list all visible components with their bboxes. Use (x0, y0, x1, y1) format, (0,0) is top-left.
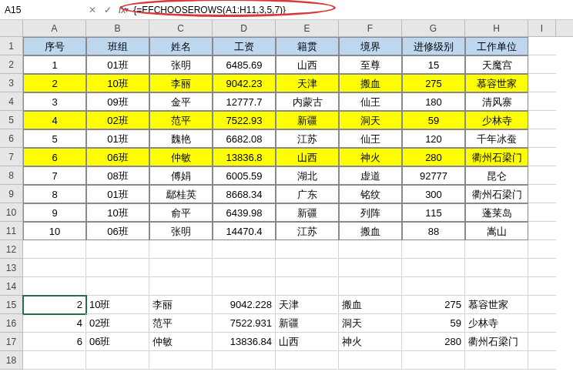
cell[interactable] (339, 277, 402, 296)
row-header[interactable]: 12 (0, 240, 23, 259)
cell[interactable]: 06班 (86, 333, 149, 351)
cell[interactable] (339, 351, 402, 370)
cell[interactable]: 天津 (276, 296, 339, 314)
row-header[interactable]: 4 (0, 92, 23, 111)
cell[interactable]: 12777.7 (213, 92, 276, 111)
column-header[interactable]: G (402, 20, 465, 36)
cell[interactable] (528, 55, 556, 74)
confirm-icon[interactable]: ✓ (100, 0, 116, 19)
cell[interactable]: 湖北 (276, 166, 339, 185)
cell[interactable] (86, 351, 149, 370)
cell[interactable]: 洞天 (339, 314, 402, 333)
cell[interactable]: 9 (23, 203, 86, 222)
cell[interactable]: 2 (23, 74, 86, 92)
column-header[interactable]: A (23, 20, 86, 36)
cell[interactable]: 范平 (149, 314, 213, 333)
cell[interactable] (149, 259, 213, 277)
cell[interactable] (149, 351, 213, 370)
cell[interactable] (528, 92, 556, 111)
row-header[interactable]: 18 (0, 351, 23, 370)
cell[interactable] (465, 259, 528, 277)
cell[interactable] (528, 74, 556, 92)
cell[interactable] (276, 277, 339, 296)
row-header[interactable]: 17 (0, 333, 23, 351)
column-header[interactable]: D (213, 20, 276, 36)
cell[interactable]: 4 (23, 314, 86, 333)
cell[interactable] (465, 277, 528, 296)
cell[interactable] (528, 351, 556, 370)
cell[interactable] (23, 259, 86, 277)
cell[interactable]: 张明 (149, 55, 213, 74)
cell[interactable]: 4 (23, 111, 86, 129)
cell[interactable]: 傅娟 (149, 166, 213, 185)
row-header[interactable]: 8 (0, 166, 23, 185)
column-header[interactable]: F (339, 20, 402, 36)
column-header[interactable]: C (149, 20, 213, 36)
cell[interactable]: 6 (23, 148, 86, 166)
cell[interactable]: 俞平 (149, 203, 213, 222)
cell[interactable]: 神火 (339, 333, 402, 351)
cell[interactable]: 新疆 (276, 203, 339, 222)
cell[interactable]: 8 (23, 185, 86, 203)
row-header[interactable]: 1 (0, 37, 23, 55)
row-header[interactable]: 3 (0, 74, 23, 92)
cell[interactable]: 06班 (86, 222, 149, 240)
cell[interactable]: 江苏 (276, 222, 339, 240)
cell[interactable]: 铭纹 (339, 185, 402, 203)
cell[interactable]: 275 (402, 74, 465, 92)
cell[interactable]: 籍贯 (276, 37, 339, 55)
cell[interactable]: 9042.23 (213, 74, 276, 92)
row-header[interactable]: 13 (0, 259, 23, 277)
cell[interactable]: 6 (23, 333, 86, 351)
cell[interactable]: 搬血 (339, 222, 402, 240)
cell[interactable]: 千年冰蚕 (465, 129, 528, 148)
cell[interactable] (528, 277, 556, 296)
cell[interactable]: 92777 (402, 166, 465, 185)
cell[interactable] (339, 259, 402, 277)
cell[interactable]: 06班 (86, 148, 149, 166)
cell[interactable] (528, 111, 556, 129)
cell[interactable]: 280 (402, 333, 465, 351)
cell[interactable]: 新疆 (276, 314, 339, 333)
cell[interactable]: 鄢桂英 (149, 185, 213, 203)
cell[interactable]: 300 (402, 185, 465, 203)
cell[interactable] (528, 203, 556, 222)
cell[interactable] (23, 277, 86, 296)
cell[interactable]: 08班 (86, 166, 149, 185)
cell[interactable]: 8668.34 (213, 185, 276, 203)
cell[interactable]: 慕容世家 (465, 74, 528, 92)
cell[interactable]: 3 (23, 92, 86, 111)
cell[interactable] (86, 277, 149, 296)
cell[interactable]: 虚道 (339, 166, 402, 185)
row-header[interactable]: 16 (0, 314, 23, 333)
cell[interactable] (276, 259, 339, 277)
cell[interactable] (528, 222, 556, 240)
cell[interactable] (465, 351, 528, 370)
cell[interactable]: 天津 (276, 74, 339, 92)
cell[interactable]: 6485.69 (213, 55, 276, 74)
cell[interactable]: 280 (402, 148, 465, 166)
cell[interactable]: 搬血 (339, 296, 402, 314)
cell[interactable]: 神火 (339, 148, 402, 166)
cell[interactable] (23, 351, 86, 370)
cell[interactable]: 洞天 (339, 111, 402, 129)
cell[interactable]: 进修级别 (402, 37, 465, 55)
cell[interactable]: 少林寺 (465, 111, 528, 129)
cell[interactable] (528, 314, 556, 333)
cell[interactable]: 山西 (276, 148, 339, 166)
cell[interactable] (528, 148, 556, 166)
cell[interactable] (402, 259, 465, 277)
cancel-icon[interactable]: ✕ (85, 0, 100, 19)
cell[interactable] (528, 37, 556, 55)
cell[interactable]: 02班 (86, 314, 149, 333)
cell[interactable]: 山西 (276, 55, 339, 74)
cell[interactable]: 蓬莱岛 (465, 203, 528, 222)
cell[interactable] (23, 240, 86, 259)
cell[interactable]: 广东 (276, 185, 339, 203)
cell[interactable] (528, 333, 556, 351)
cell[interactable]: 序号 (23, 37, 86, 55)
column-header[interactable]: E (276, 20, 339, 36)
cell[interactable]: 13836.8 (213, 148, 276, 166)
cell[interactable] (149, 240, 213, 259)
cell[interactable]: 衢州石梁门 (465, 333, 528, 351)
